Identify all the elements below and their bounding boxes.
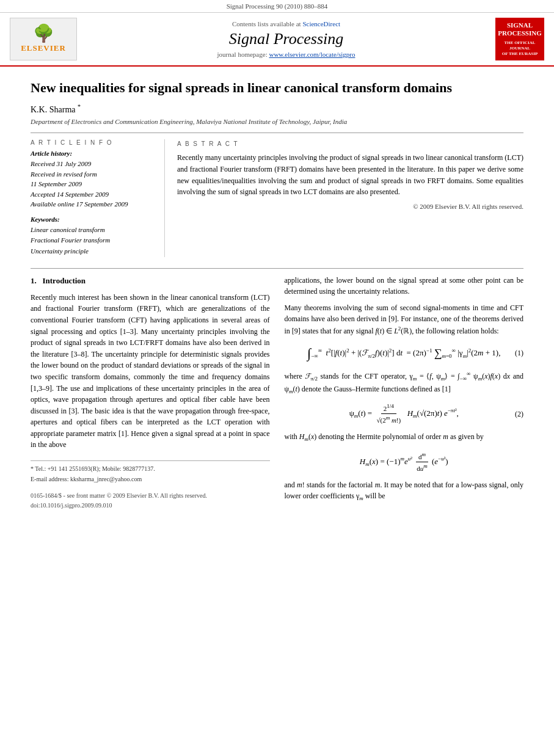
abstract-heading: A B S T R A C T bbox=[177, 139, 523, 148]
history-available: Available online 17 September 2009 bbox=[31, 199, 158, 209]
right-paragraph-2: Many theorems involving the sum of secon… bbox=[285, 302, 524, 337]
eq1-number: (1) bbox=[515, 347, 523, 359]
divider-2 bbox=[31, 268, 523, 269]
main-content: New inequalities for signal spreads in l… bbox=[0, 67, 554, 522]
history-label: Article history: bbox=[31, 150, 158, 157]
sciencedirect-link[interactable]: ScienceDirect bbox=[302, 20, 340, 27]
body-two-col: 1. Introduction Recently much interest h… bbox=[31, 275, 523, 510]
body-left-col: 1. Introduction Recently much interest h… bbox=[31, 275, 270, 510]
equation-1: ∫−∞∞ t2[|f(t)|2 + |(ℱπ/2f)(t)|2] dt = (2… bbox=[307, 343, 500, 364]
elsevier-logo: 🌳 ELSEVIER bbox=[10, 18, 77, 60]
equation-3-block: Hm(x) = (−1)meu² dm dum (e−u²) bbox=[285, 451, 524, 473]
section-name: Introduction bbox=[43, 276, 86, 285]
bottom-copyright: 0165-1684/$ - see front matter © 2009 El… bbox=[31, 491, 270, 510]
abstract-text: Recently many uncertainty principles inv… bbox=[177, 152, 523, 197]
author-name: K.K. Sharma bbox=[31, 104, 76, 114]
article-info-col: A R T I C L E I N F O Article history: R… bbox=[31, 139, 165, 256]
journal-header: 🌳 ELSEVIER Contents lists available at S… bbox=[0, 13, 554, 67]
sp-logo-subtitle: THE OFFICIAL JOURNALOF THE EURASIP bbox=[498, 40, 542, 57]
section-1-title: 1. Introduction bbox=[31, 275, 270, 287]
abstract-copyright: © 2009 Elsevier B.V. All rights reserved… bbox=[177, 202, 523, 212]
intro-paragraph-1: Recently much interest has been shown in… bbox=[31, 292, 270, 451]
history-received: Received 31 July 2009 bbox=[31, 159, 158, 169]
citation-text: Signal Processing 90 (2010) 880–884 bbox=[227, 2, 328, 10]
sp-logo: SIGNALPROCESSING THE OFFICIAL JOURNALOF … bbox=[495, 18, 544, 60]
eq2-number: (2) bbox=[515, 409, 523, 420]
keyword-3: Uncertainty principle bbox=[31, 246, 158, 257]
history-accepted: Accepted 14 September 2009 bbox=[31, 189, 158, 200]
right-paragraph-5: and m! stands for the factorial m. It ma… bbox=[285, 479, 524, 504]
journal-title: Signal Processing bbox=[77, 30, 495, 48]
article-info-heading: A R T I C L E I N F O bbox=[31, 139, 158, 146]
footnote-section: * Tel.: +91 141 2551693(R); Mobile: 9828… bbox=[31, 460, 270, 484]
abstract-col: A B S T R A C T Recently many uncertaint… bbox=[177, 139, 523, 256]
keyword-1: Linear canonical transform bbox=[31, 225, 158, 236]
article-title: New inequalities for signal spreads in l… bbox=[31, 79, 523, 97]
homepage-link[interactable]: www.elsevier.com/locate/sigpro bbox=[269, 51, 355, 58]
author-marker: * bbox=[78, 103, 81, 110]
right-paragraph-1: applications, the lower bound on the sig… bbox=[285, 275, 524, 297]
sp-logo-title: SIGNALPROCESSING bbox=[498, 21, 542, 37]
contents-line: Contents lists available at ScienceDirec… bbox=[77, 20, 495, 27]
equation-3: Hm(x) = (−1)meu² dm dum (e−u²) bbox=[360, 451, 448, 473]
keywords-label: Keywords: bbox=[31, 216, 158, 223]
history-revised-date: 11 September 2009 bbox=[31, 179, 158, 189]
and-text: and bbox=[285, 481, 295, 489]
footnote-email: E-mail address: kksharma_jnrec@yahoo.com bbox=[31, 475, 270, 484]
equation-2-block: ψm(t) = 21/4 √(2m m!) Hm(√(2π)t) e−πt², … bbox=[285, 402, 524, 425]
equation-1-block: ∫−∞∞ t2[|f(t)|2 + |(ℱπ/2f)(t)|2] dt = (2… bbox=[285, 343, 524, 364]
citation-bar: Signal Processing 90 (2010) 880–884 bbox=[0, 0, 554, 13]
section-number: 1. bbox=[31, 276, 37, 285]
divider-1 bbox=[31, 133, 523, 133]
info-abstract-section: A R T I C L E I N F O Article history: R… bbox=[31, 139, 523, 256]
right-paragraph-3: where ℱπ/2 stands for the CFT operator, … bbox=[285, 370, 524, 397]
elsevier-tree-icon: 🌳 bbox=[33, 25, 54, 42]
footnote-star: * Tel.: +91 141 2551693(R); Mobile: 9828… bbox=[31, 465, 270, 473]
elsevier-brand: ELSEVIER bbox=[21, 43, 66, 53]
history-revised-label: Received in revised form bbox=[31, 169, 158, 180]
right-paragraph-4: with Hm(x) denoting the Hermite polynomi… bbox=[285, 431, 524, 444]
affiliation: Department of Electronics and Communicat… bbox=[31, 118, 523, 125]
author-line: K.K. Sharma * bbox=[31, 103, 523, 115]
journal-center: Contents lists available at ScienceDirec… bbox=[77, 20, 495, 58]
keywords-section: Keywords: Linear canonical transform Fra… bbox=[31, 216, 158, 257]
equation-2: ψm(t) = 21/4 √(2m m!) Hm(√(2π)t) e−πt², bbox=[349, 402, 459, 425]
journal-homepage: journal homepage: www.elsevier.com/locat… bbox=[77, 51, 495, 58]
body-right-col: applications, the lower bound on the sig… bbox=[285, 275, 524, 510]
keyword-2: Fractional Fourier transform bbox=[31, 235, 158, 246]
